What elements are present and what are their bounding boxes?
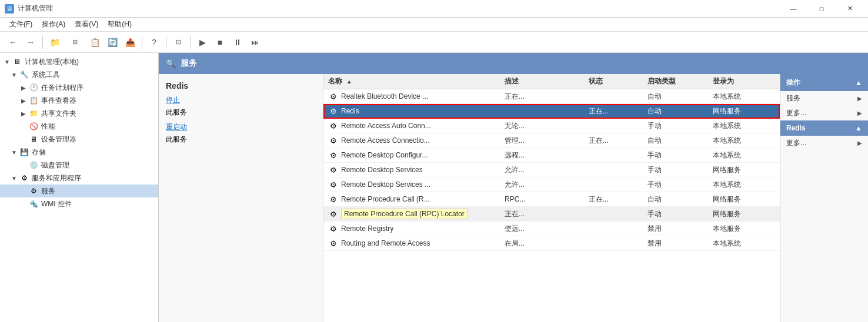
sidebar-root[interactable]: ▼ 🖥 计算机管理(本地) bbox=[0, 55, 158, 68]
pause-button[interactable]: ⏸ bbox=[229, 34, 246, 51]
table-row[interactable]: ⚙ Remote Desktop Services 允许... 手动 网络服务 bbox=[323, 163, 780, 177]
stop-service-link[interactable]: 停止 bbox=[166, 95, 316, 105]
table-row[interactable]: ⚙ Remote Desktop Services ... 允许... 手动 本… bbox=[323, 177, 780, 192]
help-button[interactable]: ? bbox=[146, 34, 162, 51]
restart-service-link[interactable]: 重启动 bbox=[166, 122, 316, 132]
toolbar-sep-3 bbox=[166, 36, 166, 49]
right-item-more-2[interactable]: 更多... ▶ bbox=[780, 136, 868, 150]
table-row[interactable]: ⚙ Routing and Remote Access 在局... 禁用 本地系… bbox=[323, 236, 780, 251]
export-button[interactable]: 📤 bbox=[122, 34, 138, 51]
app-icon: 🖥 bbox=[5, 4, 14, 14]
wmi-label: WMI 控件 bbox=[41, 199, 72, 209]
row-desc: 允许... bbox=[500, 165, 584, 175]
row-login: 本地系统 bbox=[708, 239, 780, 249]
back-button[interactable]: ← bbox=[5, 34, 21, 51]
play-button[interactable]: ▶ bbox=[194, 34, 211, 51]
menu-file[interactable]: 文件(F) bbox=[5, 18, 37, 31]
row-login: 网络服务 bbox=[708, 165, 780, 175]
col-header-status[interactable]: 状态 bbox=[584, 76, 643, 86]
storage-expand-icon: ▼ bbox=[9, 149, 19, 156]
col-header-login[interactable]: 登录为 bbox=[708, 76, 780, 86]
col-header-startup[interactable]: 启动类型 bbox=[643, 76, 708, 86]
row-name: ⚙ Remote Procedure Call (R... bbox=[323, 194, 500, 204]
perf-icon: 🚫 bbox=[28, 121, 39, 132]
up-button[interactable]: 📁 bbox=[46, 34, 63, 51]
right-item-services[interactable]: 服务 ▶ bbox=[780, 91, 868, 106]
right-item-more-1[interactable]: 更多... ▶ bbox=[780, 106, 868, 120]
detail-panel: Redis 停止 此服务 重启动 此服务 bbox=[159, 74, 323, 322]
row-status: 正在... bbox=[584, 106, 643, 116]
shared-label: 共享文件夹 bbox=[41, 109, 76, 119]
table-row[interactable]: ⚙ Remote Access Connectio... 管理... 正在...… bbox=[323, 133, 780, 148]
sidebar-item-shared-folders[interactable]: ▶ 📁 共享文件夹 bbox=[0, 107, 158, 120]
services-label: 服务 bbox=[41, 186, 55, 196]
right-arrow-icon-3: ▶ bbox=[857, 140, 862, 146]
views-button[interactable]: 📋 bbox=[86, 34, 103, 51]
stop-suffix: 此服务 bbox=[166, 108, 187, 116]
service-gear-icon: ⚙ bbox=[328, 150, 339, 160]
right-panel: 操作 ▲ 服务 ▶ 更多... ▶ Redis ▲ bbox=[780, 74, 868, 322]
menu-help[interactable]: 帮助(H) bbox=[103, 18, 136, 31]
maximize-button[interactable]: □ bbox=[808, 0, 835, 18]
toolbar-sep-2 bbox=[142, 36, 142, 49]
service-gear-icon: ⚙ bbox=[328, 194, 339, 204]
sidebar-item-task-scheduler[interactable]: ▶ 🕐 任务计划程序 bbox=[0, 81, 158, 94]
new-window-button[interactable]: 🔄 bbox=[104, 34, 121, 51]
forward-button[interactable]: → bbox=[22, 34, 39, 51]
row-login: 本地系统 bbox=[708, 136, 780, 146]
services-table: 名称 ▲ 描述 状态 启动类型 登录为 ⚙ Realtek Bluetooth … bbox=[323, 74, 780, 322]
col-header-desc[interactable]: 描述 bbox=[500, 76, 584, 86]
table-row[interactable]: ⚙ Redis 正在... 自动 网络服务 bbox=[323, 104, 780, 119]
table-row[interactable]: ⚙ Remote Procedure Call (RPC) Locator 正在… bbox=[323, 207, 780, 222]
table-row[interactable]: ⚙ Remote Registry 使远... 禁用 本地服务 bbox=[323, 222, 780, 236]
services-apps-expand-icon: ▼ bbox=[9, 175, 19, 182]
table-row[interactable]: ⚙ Remote Access Auto Conn... 无论... 手动 本地… bbox=[323, 119, 780, 133]
service-gear-icon: ⚙ bbox=[328, 165, 339, 175]
row-login: 网络服务 bbox=[708, 194, 780, 204]
menu-action[interactable]: 操作(A) bbox=[37, 18, 70, 31]
table-row[interactable]: ⚙ Remote Desktop Configur... 远程... 手动 本地… bbox=[323, 148, 780, 163]
minimize-button[interactable]: — bbox=[780, 0, 807, 18]
sidebar-item-services[interactable]: ⚙ 服务 bbox=[0, 185, 158, 197]
stop-button[interactable]: ■ bbox=[212, 34, 228, 51]
row-login: 本地系统 bbox=[708, 121, 780, 131]
detail-service-name: Redis bbox=[166, 81, 316, 90]
row-status: 正在... bbox=[584, 136, 643, 146]
row-name: ⚙ Redis bbox=[323, 106, 500, 116]
row-desc: 无论... bbox=[500, 121, 584, 131]
sidebar-item-performance[interactable]: 🚫 性能 bbox=[0, 120, 158, 133]
right-item-more1-label: 更多... bbox=[786, 108, 806, 118]
sidebar-item-wmi[interactable]: 🔩 WMI 控件 bbox=[0, 197, 158, 210]
menu-view[interactable]: 查看(V) bbox=[70, 18, 103, 31]
sidebar-item-storage[interactable]: ▼ 💾 存储 bbox=[0, 146, 158, 159]
root-label: 计算机管理(本地) bbox=[25, 57, 79, 67]
main-layout: ▼ 🖥 计算机管理(本地) ▼ 🔧 系统工具 ▶ 🕐 任务计划程序 ▶ 📋 事件… bbox=[0, 53, 868, 322]
row-desc: 使远... bbox=[500, 224, 584, 234]
row-startup: 自动 bbox=[643, 92, 708, 102]
row-startup: 自动 bbox=[643, 194, 708, 204]
event-expand-icon: ▶ bbox=[19, 98, 28, 104]
sidebar-item-event-viewer[interactable]: ▶ 📋 事件查看器 bbox=[0, 94, 158, 107]
row-name: ⚙ Remote Desktop Services ... bbox=[323, 179, 500, 190]
content-title: 服务 bbox=[181, 58, 197, 69]
restart-button[interactable]: ⏭ bbox=[247, 34, 263, 51]
show-console-tree-button[interactable]: ⊞ bbox=[64, 34, 85, 51]
service-gear-icon: ⚙ bbox=[328, 91, 339, 102]
sidebar-item-system-tools[interactable]: ▼ 🔧 系统工具 bbox=[0, 68, 158, 81]
row-name: ⚙ Remote Procedure Call (RPC) Locator bbox=[323, 209, 500, 219]
table-row[interactable]: ⚙ Realtek Bluetooth Device ... 正在... 自动 … bbox=[323, 89, 780, 104]
services-apps-icon: ⚙ bbox=[19, 173, 29, 183]
sidebar-item-disk-manager[interactable]: 💿 磁盘管理 bbox=[0, 159, 158, 172]
system-tools-expand-icon: ▼ bbox=[9, 72, 19, 78]
device-icon: 🖥 bbox=[28, 134, 39, 145]
col-header-name[interactable]: 名称 ▲ bbox=[323, 76, 500, 86]
titlebar-left: 🖥 计算机管理 bbox=[5, 4, 53, 14]
sidebar-item-device-manager[interactable]: 🖥 设备管理器 bbox=[0, 133, 158, 146]
sidebar-item-services-apps[interactable]: ▼ ⚙ 服务和应用程序 bbox=[0, 172, 158, 185]
table-row[interactable]: ⚙ Remote Procedure Call (R... RPC... 正在.… bbox=[323, 192, 780, 207]
system-tools-label: 系统工具 bbox=[32, 70, 60, 80]
menubar: 文件(F) 操作(A) 查看(V) 帮助(H) bbox=[0, 18, 868, 32]
properties-button[interactable]: ⊡ bbox=[170, 34, 186, 51]
close-button[interactable]: ✕ bbox=[836, 0, 863, 18]
row-name: ⚙ Realtek Bluetooth Device ... bbox=[323, 91, 500, 102]
